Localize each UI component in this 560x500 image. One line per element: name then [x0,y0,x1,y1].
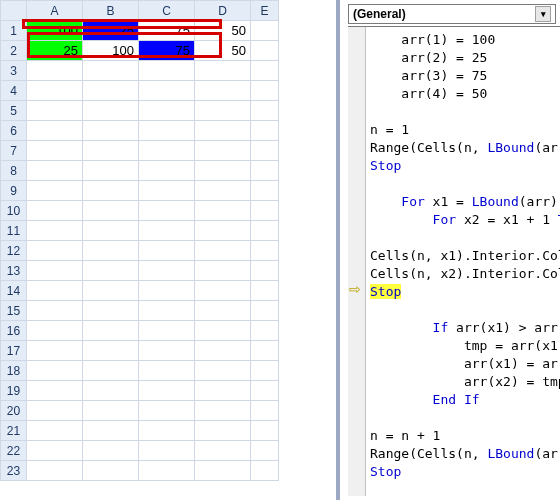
cell[interactable] [83,461,139,481]
cell[interactable] [83,161,139,181]
col-header-B[interactable]: B [83,1,139,21]
cell[interactable] [139,181,195,201]
cell[interactable] [195,381,251,401]
cell[interactable] [83,401,139,421]
breakpoint-gutter[interactable]: ⇨ [348,27,366,496]
cell[interactable] [83,61,139,81]
cell[interactable] [27,121,83,141]
cell[interactable] [251,201,279,221]
cell[interactable] [251,101,279,121]
cell[interactable] [195,341,251,361]
cell[interactable] [139,401,195,421]
cell[interactable] [139,101,195,121]
cell[interactable] [139,301,195,321]
cell[interactable] [27,161,83,181]
cell[interactable] [195,81,251,101]
cell[interactable]: 25 [27,41,83,61]
chevron-down-icon[interactable]: ▾ [535,6,551,22]
row-header[interactable]: 22 [1,441,27,461]
row-header[interactable]: 21 [1,421,27,441]
cell[interactable] [195,121,251,141]
cell[interactable] [251,181,279,201]
cell[interactable] [139,201,195,221]
cell[interactable] [27,301,83,321]
cell[interactable] [251,381,279,401]
cell[interactable] [83,441,139,461]
cell[interactable] [27,441,83,461]
row-header[interactable]: 7 [1,141,27,161]
row-header[interactable]: 9 [1,181,27,201]
cell[interactable] [139,361,195,381]
row-header[interactable]: 6 [1,121,27,141]
cell[interactable] [139,281,195,301]
cell[interactable] [27,201,83,221]
cell[interactable] [195,61,251,81]
cell[interactable] [139,81,195,101]
cell[interactable] [251,41,279,61]
row-header[interactable]: 19 [1,381,27,401]
row-header[interactable]: 18 [1,361,27,381]
cell[interactable] [251,461,279,481]
cell[interactable] [27,361,83,381]
cell[interactable] [139,161,195,181]
cell[interactable] [195,181,251,201]
cell[interactable] [139,241,195,261]
cell[interactable] [251,321,279,341]
cell[interactable] [195,281,251,301]
cell[interactable] [251,401,279,421]
row-header[interactable]: 10 [1,201,27,221]
cell[interactable] [251,81,279,101]
cell[interactable] [251,241,279,261]
select-all-corner[interactable] [1,1,27,21]
cell[interactable] [139,461,195,481]
cell[interactable] [27,101,83,121]
cell[interactable] [195,221,251,241]
cell[interactable] [195,301,251,321]
cell[interactable] [83,121,139,141]
cell[interactable] [27,281,83,301]
row-header[interactable]: 23 [1,461,27,481]
cell[interactable] [195,201,251,221]
row-header[interactable]: 20 [1,401,27,421]
cell[interactable] [27,81,83,101]
cell[interactable] [195,101,251,121]
row-header[interactable]: 17 [1,341,27,361]
cell[interactable] [139,441,195,461]
cell[interactable] [27,221,83,241]
cell[interactable] [195,441,251,461]
cell[interactable] [195,141,251,161]
cell[interactable] [27,381,83,401]
cell[interactable] [251,301,279,321]
cell[interactable] [83,381,139,401]
cell[interactable] [251,21,279,41]
cell[interactable] [83,81,139,101]
cell[interactable] [251,421,279,441]
code-editor[interactable]: ⇨ arr(1) = 100 arr(2) = 25 arr(3) = 75 a… [348,26,560,496]
cell[interactable] [251,361,279,381]
cell[interactable] [83,241,139,261]
cell[interactable] [139,321,195,341]
cell[interactable]: 75 [139,41,195,61]
cell[interactable]: 100 [27,21,83,41]
cell[interactable] [83,261,139,281]
cell[interactable]: 75 [139,21,195,41]
cell[interactable] [195,461,251,481]
col-header-C[interactable]: C [139,1,195,21]
cell[interactable] [251,261,279,281]
cell[interactable] [195,421,251,441]
cell[interactable] [83,301,139,321]
cell[interactable] [195,321,251,341]
cell[interactable] [251,161,279,181]
col-header-D[interactable]: D [195,1,251,21]
row-header[interactable]: 4 [1,81,27,101]
cell[interactable] [251,221,279,241]
cell[interactable] [139,341,195,361]
row-header[interactable]: 15 [1,301,27,321]
cell[interactable] [83,181,139,201]
row-header[interactable]: 11 [1,221,27,241]
cell[interactable] [27,321,83,341]
cell[interactable] [83,201,139,221]
cell[interactable] [139,141,195,161]
cell[interactable] [27,141,83,161]
cell[interactable] [251,61,279,81]
